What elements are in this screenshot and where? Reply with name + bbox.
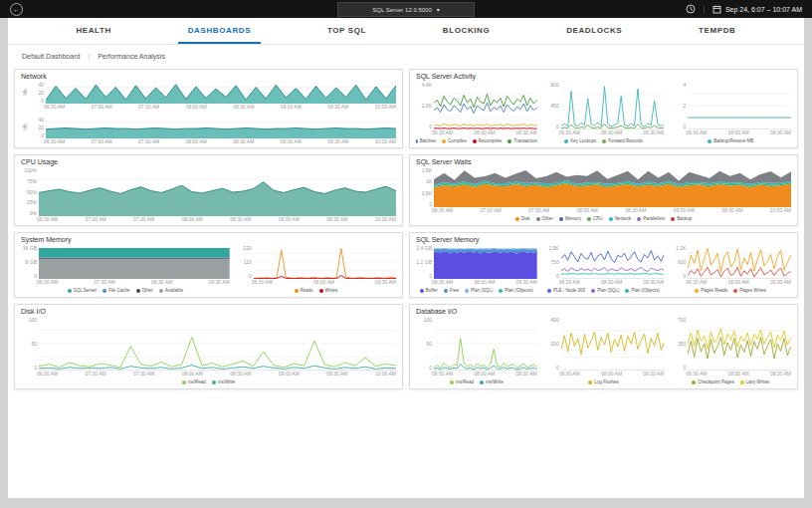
y-axis-ticks: 40200: [28, 82, 46, 104]
legend-dot: [182, 381, 186, 384]
x-axis-ticks: 06:30 AM07:00 AM07:30 AM08:00 AM08:30 AM…: [37, 216, 396, 223]
subnav-performance-analysis[interactable]: Performance Analysis: [98, 53, 165, 60]
legend-dot: [536, 217, 540, 221]
legend-dot: [499, 289, 503, 293]
legend-label: PLE - Node 000: [553, 288, 585, 293]
x-tick: 06:30 AM: [559, 129, 580, 136]
chart: 4.4K2.2K006:30 AM08:00 AM09:30 AMBatches…: [416, 82, 537, 145]
tab-deadlocks[interactable]: DEADLOCKS: [556, 18, 632, 44]
panel-system-memory: System Memory16 GB8 GB006:30 AM07:30 AM0…: [14, 232, 403, 298]
x-axis-ticks: 06:30 AM07:00 AM07:30 AM08:00 AM08:30 AM…: [44, 138, 396, 145]
x-tick: 09:30 AM: [327, 138, 348, 145]
legend: PLE - Node 000Plan (SQL)Plan (Objects): [543, 286, 665, 295]
date-range-picker[interactable]: Sep 24, 6:07 – 10:07 AM: [704, 5, 802, 14]
legend-dot: [588, 381, 592, 384]
legend-item: Buffer: [420, 288, 438, 293]
tab-tempdb[interactable]: TEMPDB: [689, 18, 745, 44]
y-tick: 1K: [416, 178, 432, 184]
legend-item: Network: [609, 216, 632, 221]
chart-canvas: [46, 82, 396, 104]
server-selector[interactable]: SQL Server 12.0.5000 ▾: [337, 2, 475, 17]
legend-label: Compiles: [448, 138, 467, 143]
x-tick: 08:00 AM: [728, 279, 749, 286]
x-tick: 07:30 AM: [133, 216, 154, 223]
charts-container: 10050006:30 AM07:00 AM07:30 AM08:00 AM08…: [15, 317, 402, 388]
x-tick: 07:30 AM: [138, 104, 159, 111]
y-tick: 0: [416, 201, 432, 207]
legend-dot: [465, 289, 469, 293]
y-tick: 8 GB: [21, 259, 37, 265]
x-tick: 07:00 AM: [86, 216, 106, 223]
plot-area: [434, 82, 537, 129]
x-axis-ticks: 06:30 AM07:00 AM07:30 AM08:00 AM08:30 AM…: [37, 371, 396, 378]
legend-item: Available: [159, 288, 183, 293]
chart-canvas: [434, 167, 791, 207]
y-axis-ticks: 4002000: [543, 317, 561, 371]
chart-canvas: [688, 317, 791, 371]
chart: Mb4020006:30 AM07:00 AM07:30 AM08:00 AM0…: [21, 117, 396, 145]
x-tick: 07:30 AM: [95, 279, 115, 286]
y-tick: 25%: [21, 199, 37, 205]
chart-canvas: [39, 245, 230, 279]
subnav-default-dashboard[interactable]: Default Dashboard: [22, 53, 80, 60]
plot-area: [434, 317, 537, 371]
chart: 1.5K750006:30 AM08:00 AM09:30 AMPLE - No…: [543, 245, 665, 295]
x-tick: 09:30 AM: [770, 129, 791, 136]
x-tick: 09:30 AM: [326, 371, 347, 378]
y-tick: 0: [28, 98, 44, 104]
legend-label: Pages Reads: [701, 288, 727, 293]
legend-item: Writes: [319, 288, 338, 293]
tab-health[interactable]: HEALTH: [66, 18, 120, 44]
y-tick: 50: [416, 341, 432, 347]
plot-row: 100%75%50%25%0%: [21, 167, 396, 216]
x-tick: 10:00 AM: [375, 104, 396, 111]
legend-label: Memory: [565, 216, 581, 221]
legend-label: Backup: [677, 216, 692, 221]
legend-label: Writes: [325, 288, 338, 293]
legend-item: Parallelism: [637, 216, 665, 221]
x-tick: 06:30 AM: [37, 279, 58, 286]
legend-item: Reads: [295, 288, 313, 293]
tab-top-sql[interactable]: TOP SQL: [317, 18, 376, 44]
legend-dot: [480, 381, 484, 384]
legend-label: Pages Writes: [739, 288, 766, 293]
y-axis-unit-label: Mb: [21, 117, 28, 138]
top-bar: ← SQL Server 12.0.5000 ▾ Sep 24, 6:07 – …: [0, 0, 812, 18]
x-tick: 06:30 AM: [432, 207, 453, 214]
x-tick: 06:30 AM: [44, 138, 65, 145]
plot-area: [434, 167, 791, 207]
y-tick: 100%: [21, 167, 37, 173]
y-tick: 750: [543, 259, 559, 265]
y-tick: 220: [236, 245, 252, 251]
legend-dot: [319, 289, 323, 293]
x-tick: 07:00 AM: [92, 104, 112, 111]
x-tick: 06:30 AM: [686, 129, 707, 136]
tab-blocking[interactable]: BLOCKING: [433, 18, 500, 44]
legend: SQL ServerFile CacheOtherAvailable: [21, 286, 230, 295]
plot-area: [688, 245, 791, 279]
legend-dot: [591, 289, 595, 293]
y-axis-ticks: 40200: [28, 117, 46, 138]
charts-container: 1.5K1K0.5K006:30 AM07:00 AM07:30 AM08:00…: [410, 167, 797, 225]
plot-row: 1.5K7500: [543, 245, 665, 279]
legend-dot: [159, 289, 163, 293]
plot-area: [39, 167, 396, 216]
y-tick: 0: [416, 124, 432, 129]
legend-item: Lazy Writes: [740, 380, 769, 384]
x-tick: 09:00 AM: [281, 104, 302, 111]
legend: ms/Readms/Write: [416, 378, 537, 386]
tab-dashboards[interactable]: DASHBOARDS: [178, 18, 261, 44]
plot-area: [39, 317, 396, 371]
legend-item: Checkpoint Pages: [692, 380, 734, 384]
legend-label: Buffer: [426, 288, 438, 293]
chart-canvas: [434, 82, 537, 129]
legend-label: ms/Read: [188, 380, 206, 384]
y-tick: 2: [670, 103, 686, 109]
y-axis-ticks: 2201100: [236, 245, 254, 279]
legend-label: Log Flushes: [594, 380, 619, 384]
x-axis-ticks: 06:30 AM08:00 AM09:30 AM: [559, 279, 665, 286]
chart: Mb4020006:30 AM07:00 AM07:30 AM08:00 AM0…: [21, 82, 396, 111]
clock-icon[interactable]: [686, 4, 696, 14]
x-tick: 08:00 AM: [186, 104, 207, 111]
back-button[interactable]: ←: [10, 3, 23, 16]
